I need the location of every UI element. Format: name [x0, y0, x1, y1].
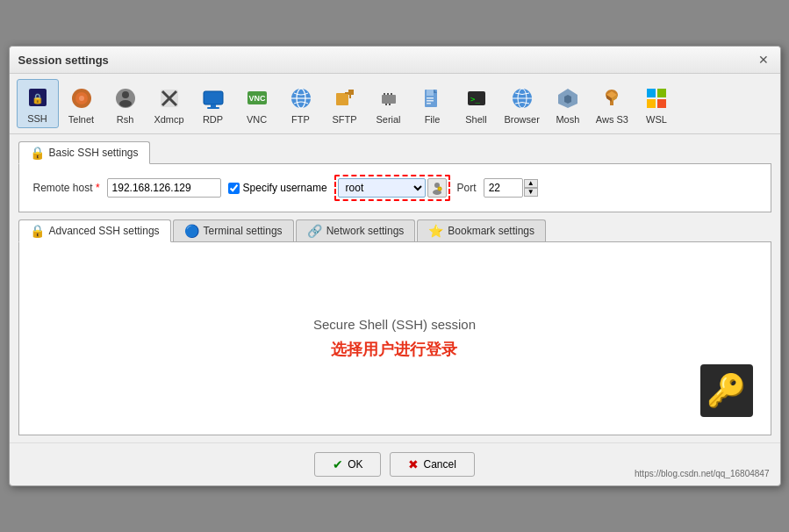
svg-rect-44	[647, 89, 656, 97]
basic-tab-section: 🔒 Basic SSH settings Remote host * Speci…	[18, 141, 771, 212]
svg-text:VNC: VNC	[248, 94, 266, 103]
svg-rect-20	[336, 93, 348, 105]
key-icon: 🔑	[707, 372, 746, 409]
bookmark-settings-tab-label: Bookmark settings	[448, 225, 534, 237]
file-label: File	[425, 114, 441, 125]
title-bar: Session settings ✕	[10, 47, 780, 74]
rsh-label: Rsh	[117, 114, 134, 125]
bookmark-settings-tab-icon: ⭐	[428, 224, 443, 238]
svg-rect-45	[657, 89, 666, 97]
content-center: Secure Shell (SSH) session 选择用户进行登录	[313, 317, 476, 360]
protocol-rdp[interactable]: RDP	[192, 81, 234, 128]
specify-username-checkbox[interactable]	[228, 183, 240, 194]
rsh-icon	[111, 84, 140, 112]
svg-rect-14	[207, 107, 219, 109]
network-settings-tab[interactable]: 🔗 Network settings	[296, 219, 416, 241]
username-dropdown-wrapper: root	[334, 175, 450, 201]
required-asterisk: *	[96, 182, 100, 194]
ok-button[interactable]: ✔ OK	[314, 452, 381, 477]
mosh-icon	[554, 84, 582, 112]
ok-icon: ✔	[333, 457, 343, 471]
protocol-sftp[interactable]: SFTP	[324, 81, 366, 128]
serial-label: Serial	[376, 114, 400, 125]
svg-point-51	[438, 188, 441, 191]
svg-point-4	[79, 96, 84, 101]
terminal-settings-tab-icon: 🔵	[184, 224, 199, 238]
content-main-text: Secure Shell (SSH) session	[313, 317, 476, 332]
protocol-file[interactable]: File	[412, 81, 454, 128]
rdp-icon	[199, 84, 227, 112]
protocol-vnc[interactable]: VNC VNC	[236, 81, 278, 128]
basic-ssh-tab-icon: 🔒	[30, 146, 45, 160]
port-label: Port	[457, 182, 477, 194]
content-panel: Secure Shell (SSH) session 选择用户进行登录 🔑	[18, 242, 771, 435]
terminal-settings-tab[interactable]: 🔵 Terminal settings	[173, 219, 294, 241]
advanced-ssh-tab-icon: 🔒	[30, 224, 45, 238]
spinner-buttons: ▲ ▼	[524, 179, 538, 197]
content-sub-text: 选择用户进行登录	[313, 339, 476, 360]
awss3-icon	[598, 84, 626, 112]
protocol-awss3[interactable]: Aws S3	[591, 81, 634, 128]
shell-label: Shell	[465, 114, 486, 125]
protocol-ssh[interactable]: 🔒 SSH	[17, 79, 59, 128]
protocol-telnet[interactable]: Telnet	[61, 81, 103, 128]
svg-rect-24	[382, 95, 396, 104]
browser-icon	[508, 84, 536, 112]
shell-icon: >_	[463, 84, 491, 112]
remote-host-input[interactable]	[107, 178, 221, 198]
xdmcp-icon	[155, 84, 183, 112]
svg-point-6	[122, 91, 129, 98]
bookmark-settings-tab[interactable]: ⭐ Bookmark settings	[417, 219, 546, 241]
user-icon-button[interactable]	[427, 178, 447, 198]
protocol-shell[interactable]: >_ Shell	[455, 81, 498, 128]
rdp-label: RDP	[203, 114, 223, 125]
sftp-icon	[331, 84, 359, 112]
telnet-icon	[68, 84, 96, 112]
ssh-label: SSH	[27, 113, 47, 124]
ftp-label: FTP	[291, 114, 310, 125]
sftp-label: SFTP	[332, 114, 356, 125]
wsl-label: WSL	[646, 114, 667, 125]
basic-ssh-tab[interactable]: 🔒 Basic SSH settings	[18, 141, 150, 164]
form-row: Remote host * Specify username root	[33, 175, 757, 201]
svg-rect-47	[657, 99, 666, 108]
port-up-button[interactable]: ▲	[524, 179, 538, 188]
bottom-tab-section: 🔒 Advanced SSH settings 🔵 Terminal setti…	[18, 219, 771, 435]
port-down-button[interactable]: ▼	[524, 188, 538, 197]
basic-ssh-tab-label: Basic SSH settings	[49, 147, 139, 159]
remote-host-label: Remote host *	[33, 182, 100, 194]
network-settings-tab-label: Network settings	[326, 225, 405, 237]
protocol-ftp[interactable]: FTP	[280, 81, 322, 128]
protocol-wsl[interactable]: WSL	[635, 81, 678, 128]
advanced-ssh-tab-label: Advanced SSH settings	[49, 225, 160, 237]
vnc-label: VNC	[247, 114, 267, 125]
awss3-label: Aws S3	[596, 114, 628, 125]
port-input[interactable]	[484, 178, 523, 198]
svg-rect-13	[211, 104, 216, 107]
serial-icon	[375, 84, 403, 112]
protocol-browser[interactable]: Browser	[499, 81, 545, 128]
terminal-settings-tab-label: Terminal settings	[204, 225, 283, 237]
svg-rect-33	[427, 97, 434, 99]
protocol-row: 🔒 SSH Telnet	[10, 74, 780, 134]
protocol-mosh[interactable]: Mosh	[547, 81, 589, 128]
username-select[interactable]: root	[338, 178, 426, 198]
session-settings-dialog: Session settings ✕ 🔒 SSH Telne	[9, 46, 781, 486]
protocol-xdmcp[interactable]: Xdmcp	[148, 81, 190, 128]
network-settings-tab-icon: 🔗	[307, 224, 322, 238]
close-button[interactable]: ✕	[756, 52, 771, 68]
svg-text:>_: >_	[470, 95, 480, 104]
cancel-button[interactable]: ✖ Cancel	[390, 452, 474, 477]
telnet-label: Telnet	[68, 114, 94, 125]
svg-rect-34	[427, 100, 434, 102]
basic-tab-bar: 🔒 Basic SSH settings	[18, 141, 771, 164]
ftp-icon	[287, 84, 315, 112]
svg-point-7	[119, 100, 132, 107]
dialog-title: Session settings	[18, 54, 109, 67]
specify-username-label[interactable]: Specify username	[228, 182, 327, 194]
svg-rect-46	[647, 99, 656, 108]
advanced-ssh-tab[interactable]: 🔒 Advanced SSH settings	[18, 219, 171, 242]
protocol-serial[interactable]: Serial	[368, 81, 410, 128]
protocol-rsh[interactable]: Rsh	[104, 81, 147, 128]
ok-label: OK	[348, 458, 362, 471]
